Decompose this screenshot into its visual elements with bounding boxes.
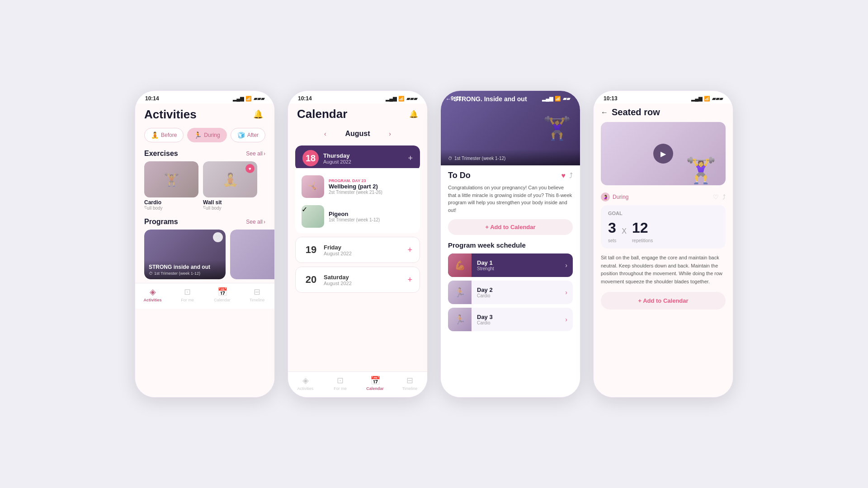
sets-group: 3 sets <box>608 220 616 243</box>
for-me-nav-label: For me <box>181 298 194 302</box>
screen-strong: 🏋️‍♀️ ← STRONG. Inside and out ⏱ 1st Tri… <box>441 91 580 397</box>
wellbeing-name: Wellbeing (part 2) <box>329 183 414 190</box>
programs-title: Programs <box>144 218 178 226</box>
date-plus-18[interactable]: + <box>408 154 413 163</box>
nav-activities[interactable]: ◈ Activities <box>140 287 165 302</box>
battery-icon-3: ▰▰ <box>563 96 570 102</box>
nav2-activities[interactable]: ◈ Activities <box>293 375 318 391</box>
date-info-18: Thursday August 2022 <box>323 152 408 164</box>
share-action-icon[interactable]: ⤴ <box>569 172 573 180</box>
day2-info: Day 2 Cardio <box>472 286 565 298</box>
cardio-name: Cardio <box>144 199 198 206</box>
calendar-bell-icon[interactable]: 🔔 <box>409 110 418 118</box>
chevron-right-icon: › <box>264 150 265 157</box>
date-header-19[interactable]: 19 Friday August 2022 + <box>295 237 420 263</box>
pigeon-sub: 1st Trimester (week 1-12) <box>329 217 414 222</box>
during-tab-icon: 🏃 <box>194 131 202 139</box>
wellbeing-sub: 2st Trimester (week 21-26) <box>329 190 414 195</box>
screen-seated-row: ← Seated row 🏋️‍♀️ ▶ 🤰 During ♡ ⤴ <box>594 103 733 397</box>
nav-timeline[interactable]: ⊟ Timeline <box>245 287 269 302</box>
program-overlay: STRONG inside and out ⏱ 1st Trimester (w… <box>144 260 226 279</box>
exercise-cardio[interactable]: 🏋️ Cardio Full body <box>144 161 198 211</box>
wifi-icon-3: 📶 <box>555 96 561 102</box>
add-calendar-button[interactable]: + Add to Calendar <box>448 219 573 235</box>
date-day-19: Friday <box>324 244 407 251</box>
day1-person: 💪 <box>448 253 472 277</box>
date-info-19: Friday August 2022 <box>324 244 407 256</box>
next-month-button[interactable]: › <box>384 127 396 140</box>
for-me-nav-icon: ⊡ <box>184 287 191 297</box>
workout-wellbeing[interactable]: 🤸 Program. Day 23 Wellbeing (part 2) 2st… <box>295 172 420 202</box>
prev-month-button[interactable]: ‹ <box>319 127 331 140</box>
exercise-person-silhouette: 🏋️‍♀️ <box>685 156 717 185</box>
todo-title: To Do <box>448 171 471 180</box>
video-thumbnail[interactable]: 🏋️‍♀️ ▶ <box>601 122 726 185</box>
day2-type: Cardio <box>477 293 560 298</box>
seated-back-arrow-icon[interactable]: ← <box>601 108 608 117</box>
during-actions: ♡ ⤴ <box>713 193 726 201</box>
wellbeing-thumb: 🤸 <box>302 175 324 198</box>
day2-person: 🏃 <box>448 281 472 304</box>
time-2: 10:14 <box>298 95 312 102</box>
tl2-nav-icon: ⊟ <box>406 375 413 385</box>
nav2-for-me[interactable]: ⊡ For me <box>328 375 353 391</box>
todo-description: Congratulations on your pregnancy! Can y… <box>448 184 573 214</box>
day-row-1[interactable]: 💪 Day 1 Strenght › <box>448 253 573 277</box>
hero-person: 🏋️‍♀️ <box>543 115 571 141</box>
exercises-see-all[interactable]: See all › <box>246 150 265 157</box>
reps-group: 12 repetitions <box>632 220 653 243</box>
wallsit-name: Wall sit <box>203 199 257 206</box>
program-strong[interactable]: ♡ STRONG inside and out ⏱ 1st Trimester … <box>144 230 226 279</box>
exercise-description: Sit tall on the ball, engage the core an… <box>601 254 726 286</box>
program-we[interactable] <box>230 230 274 279</box>
heart-detail-icon[interactable]: ♡ <box>713 193 719 201</box>
phone-calendar: 10:14 ▂▄▆ 📶 ▰▰▰ Calendar 🔔 ‹ August › <box>288 90 428 398</box>
date-plus-19[interactable]: + <box>407 245 412 255</box>
act2-nav-label: Activities <box>297 386 314 391</box>
pigeon-meta: Pigeon 1st Trimester (week 1-12) <box>329 211 414 222</box>
month-name: August <box>345 130 370 138</box>
nav-for-me[interactable]: ⊡ For me <box>175 287 200 302</box>
times-icon: X <box>622 227 627 235</box>
signal-icon-3: ▂▄▆ <box>542 96 553 102</box>
during-phase-icon: 🤰 <box>601 192 610 202</box>
nav-calendar[interactable]: 📅 Calendar <box>210 287 235 302</box>
workout-pigeon[interactable]: ✓ Pigeon 1st Trimester (week 1-12) <box>295 202 420 231</box>
status-icons-1: ▂▄▆ 📶 ▰▰▰ <box>233 96 264 102</box>
date-day-20: Saturday <box>324 274 407 281</box>
day-row-3[interactable]: 🏃 Day 3 Cardio › <box>448 308 573 331</box>
day1-arrow-icon: › <box>565 262 573 269</box>
day1-info: Day 1 Strenght <box>472 259 565 271</box>
signal-icon-1: ▂▄▆ <box>233 96 244 102</box>
after-icon: 🧊 <box>237 131 245 139</box>
date-month-19: August 2022 <box>324 251 407 256</box>
nav2-timeline[interactable]: ⊟ Timeline <box>397 375 422 391</box>
add-calendar-btn-4[interactable]: + Add to Calendar <box>601 292 726 310</box>
day-row-2[interactable]: 🏃 Day 2 Cardio › <box>448 281 573 304</box>
date-info-20: Saturday August 2022 <box>324 274 407 286</box>
date-header-20[interactable]: 20 Saturday August 2022 + <box>295 267 420 293</box>
filter-during[interactable]: 🏃 During <box>187 128 226 142</box>
date-plus-20[interactable]: + <box>407 275 412 285</box>
bell-icon[interactable]: 🔔 <box>251 107 265 122</box>
before-label: Before <box>161 132 177 138</box>
date-num-19: 19 <box>303 242 319 258</box>
wifi-icon-4: 📶 <box>704 96 710 102</box>
programs-see-all[interactable]: See all › <box>246 219 265 225</box>
date-header-18[interactable]: 18 Thursday August 2022 + <box>295 145 420 171</box>
heart-action-icon[interactable]: ♥ <box>561 172 566 180</box>
filter-after[interactable]: 🧊 After <box>231 128 265 142</box>
filter-before[interactable]: 🧘 Before <box>144 128 184 142</box>
calendar-entries: 18 Thursday August 2022 + 🤸 <box>288 145 427 371</box>
video-person: 🏋️‍♀️ ▶ <box>601 122 726 185</box>
cardio-person: 🏋️ <box>144 161 198 197</box>
nav2-calendar[interactable]: 📅 Calendar <box>363 375 387 391</box>
pigeon-check: ✓ <box>302 205 324 214</box>
play-button[interactable]: ▶ <box>653 144 673 164</box>
day2-name: Day 2 <box>477 286 560 293</box>
goal-label: Goal <box>608 211 718 216</box>
share-detail-icon[interactable]: ⤴ <box>722 193 726 201</box>
during-phase-label: During <box>613 194 628 200</box>
day3-info: Day 3 Cardio <box>472 314 565 325</box>
exercise-wallsit[interactable]: ♥ 🧘 Wall sit Full body <box>203 161 257 211</box>
